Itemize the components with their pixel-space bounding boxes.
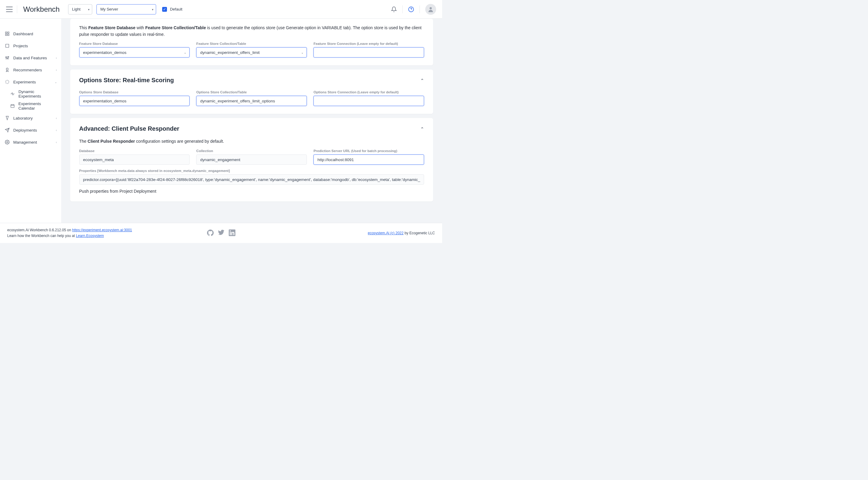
chevron-down-icon: ⌄ xyxy=(184,51,186,54)
feature-store-desc: This Feature Store Database with Feature… xyxy=(79,25,424,38)
checkbox-checked-icon: ✓ xyxy=(162,7,167,12)
chevron-down-icon: ▾ xyxy=(88,7,90,11)
sidebar-item-label: Dashboard xyxy=(13,32,33,36)
svg-rect-2 xyxy=(5,32,7,33)
theme-select[interactable]: Light ▾ xyxy=(68,4,92,14)
svg-point-1 xyxy=(430,7,432,9)
cpr-database-field: Database ecosystem_meta xyxy=(79,149,190,165)
options-store-card: Options Store: Real-time Scoring ⌃ Optio… xyxy=(70,70,433,114)
cpr-collection-input[interactable]: dynamic_engagement xyxy=(196,155,307,165)
chevron-left-icon: ‹ xyxy=(56,68,57,72)
sidebar-item-experiments-calendar[interactable]: Experiments Calendar xyxy=(0,100,61,112)
card-title: Advanced: Client Pulse Responder xyxy=(79,125,179,132)
chevron-down-icon: ▾ xyxy=(152,7,153,11)
sidebar-item-dynamic-experiments[interactable]: Dynamic Experiments xyxy=(0,88,61,100)
divider xyxy=(17,5,17,13)
svg-rect-6 xyxy=(6,44,9,47)
linkedin-icon[interactable] xyxy=(229,230,236,237)
sidebar-item-label: Experiments xyxy=(13,80,36,84)
divider xyxy=(420,5,420,13)
sidebar-item-recommenders[interactable]: Recommenders ‹ xyxy=(0,64,61,76)
folder-icon xyxy=(5,43,10,48)
sidebar-item-label: Projects xyxy=(13,44,28,48)
push-properties-link[interactable]: Push properties from Project Deployment xyxy=(79,189,424,194)
sidebar-item-label: Deployments xyxy=(13,128,37,133)
server-select[interactable]: My Server ▾ xyxy=(96,4,156,14)
chevron-down-icon: ⌄ xyxy=(55,80,57,84)
activity-icon xyxy=(10,92,15,96)
options-store-title-row[interactable]: Options Store: Real-time Scoring ⌃ xyxy=(79,77,424,84)
options-store-collection-input[interactable]: dynamic_experiment_offers_limit_options xyxy=(196,96,307,106)
feature-store-connection-input[interactable] xyxy=(313,47,424,58)
options-store-collection-field: Options Store Collection/Table dynamic_e… xyxy=(196,90,307,106)
sidebar-item-projects[interactable]: Projects xyxy=(0,40,61,52)
card-title: Options Store: Real-time Scoring xyxy=(79,77,174,84)
feature-store-card: This Feature Store Database with Feature… xyxy=(70,19,433,65)
input-value: predictor.corpora=[{uuid:'8f22a704-283e-… xyxy=(83,177,420,182)
sidebar-item-deployments[interactable]: Deployments ‹ xyxy=(0,124,61,136)
options-store-connection-input[interactable] xyxy=(313,96,424,106)
send-icon xyxy=(5,128,10,133)
calendar-icon xyxy=(10,104,15,108)
svg-rect-5 xyxy=(7,34,9,36)
chevron-down-icon: ⌄ xyxy=(301,51,304,54)
sidebar-item-data-features[interactable]: Data and Features ‹ xyxy=(0,52,61,64)
chevron-up-icon: ⌃ xyxy=(421,127,424,131)
field-label: Properties [Workbench meta-data always s… xyxy=(79,169,424,173)
input-value: ecosystem_meta xyxy=(83,158,114,162)
server-select-value: My Server xyxy=(100,7,118,11)
footer: ecosystem.Ai Workbench 0.6.212.05 on htt… xyxy=(0,223,442,243)
field-label: Database xyxy=(79,149,190,153)
field-label: Options Store Collection/Table xyxy=(196,90,307,94)
footer-learn-link[interactable]: Learn.Ecosystem xyxy=(76,234,104,238)
cpr-properties-field: Properties [Workbench meta-data always s… xyxy=(79,169,424,184)
github-icon[interactable] xyxy=(207,230,214,237)
hamburger-menu-icon[interactable] xyxy=(6,7,13,12)
default-checkbox[interactable]: ✓ Default xyxy=(162,7,182,12)
feature-store-collection-field: Feature Store Collection/Table dynamic_e… xyxy=(196,42,307,58)
feature-store-database-select[interactable]: experimentation_demos ⌄ xyxy=(79,47,190,58)
field-label: Feature Store Connection (Leave empty fo… xyxy=(313,42,424,45)
cpr-prediction-url-input[interactable]: http://localhost:8091 xyxy=(313,155,424,165)
select-value: experimentation_demos xyxy=(83,50,127,55)
footer-server-link[interactable]: https://experiment.ecosystem.ai:3001 xyxy=(72,228,132,232)
body-row: Dashboard Projects Data and Features ‹ R… xyxy=(0,19,442,223)
client-pulse-desc: The Client Pulse Responder configuration… xyxy=(79,138,424,145)
footer-copyright-link[interactable]: ecosystem.Ai (c) 2022 xyxy=(368,231,404,235)
sidebar-item-experiments[interactable]: Experiments ⌄ xyxy=(0,76,61,88)
sidebar: Dashboard Projects Data and Features ‹ R… xyxy=(0,19,61,223)
spinner-icon xyxy=(5,79,10,84)
grid-icon xyxy=(5,31,10,36)
options-store-database-field: Options Store Database experimentation_d… xyxy=(79,90,190,106)
options-store-database-input[interactable]: experimentation_demos xyxy=(79,96,190,106)
cpr-prediction-url-field: Prediction Server URL (Used for batch pr… xyxy=(313,149,424,165)
cpr-database-input[interactable]: ecosystem_meta xyxy=(79,155,190,165)
select-value: dynamic_experiment_offers_limit xyxy=(200,50,259,55)
main-content: This Feature Store Database with Feature… xyxy=(61,19,442,223)
sidebar-item-dashboard[interactable]: Dashboard xyxy=(0,28,61,40)
theme-select-value: Light xyxy=(72,7,81,11)
bell-icon[interactable] xyxy=(391,6,397,12)
feature-store-collection-select[interactable]: dynamic_experiment_offers_limit ⌄ xyxy=(196,47,307,58)
field-label: Collection xyxy=(196,149,307,153)
sidebar-item-label: Management xyxy=(13,140,37,144)
svg-point-13 xyxy=(6,68,8,70)
feature-store-fields: Feature Store Database experimentation_d… xyxy=(79,42,424,58)
client-pulse-fields: Database ecosystem_meta Collection dynam… xyxy=(79,149,424,165)
input-value: http://localhost:8091 xyxy=(317,158,354,162)
svg-rect-3 xyxy=(7,32,9,33)
options-store-connection-field: Options Store Connection (Leave empty fo… xyxy=(313,90,424,106)
sliders-icon xyxy=(5,56,10,60)
cpr-properties-input[interactable]: predictor.corpora=[{uuid:'8f22a704-283e-… xyxy=(79,174,424,184)
twitter-icon[interactable] xyxy=(218,230,224,237)
footer-social xyxy=(207,230,236,237)
avatar[interactable] xyxy=(425,4,436,15)
chevron-up-icon: ⌃ xyxy=(421,78,424,83)
sidebar-item-management[interactable]: Management ‹ xyxy=(0,136,61,148)
client-pulse-title-row[interactable]: Advanced: Client Pulse Responder ⌃ xyxy=(79,125,424,132)
sidebar-item-laboratory[interactable]: Laboratory ‹ xyxy=(0,112,61,124)
chevron-left-icon: ‹ xyxy=(56,56,57,60)
help-icon[interactable] xyxy=(408,6,414,12)
field-label: Feature Store Collection/Table xyxy=(196,42,307,45)
client-pulse-card: Advanced: Client Pulse Responder ⌃ The C… xyxy=(70,118,433,201)
